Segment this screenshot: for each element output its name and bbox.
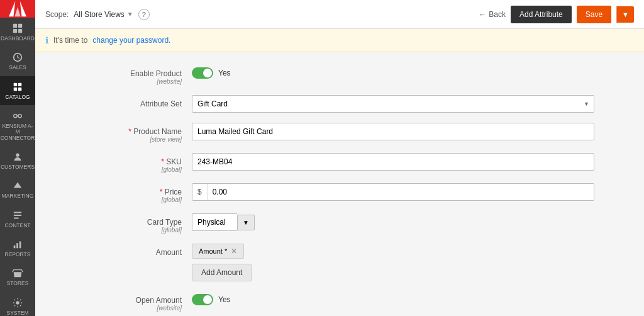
svg-rect-14 <box>14 217 19 218</box>
main-panel: Scope: All Store Views ▼ ? ← Back Add At… <box>35 0 644 316</box>
svg-rect-15 <box>14 245 16 249</box>
amount-row: Amount Amount * ✕ Add Amount <box>85 244 594 281</box>
sidebar-item-kensium[interactable]: KENSIUM A-M CONNECTOR <box>0 105 35 146</box>
save-button[interactable]: Save <box>577 6 611 23</box>
product-name-input[interactable] <box>192 123 594 140</box>
alert-banner: ℹ It's time to change your password. <box>35 29 644 52</box>
price-input[interactable] <box>208 184 594 200</box>
add-attribute-label: Add Attribute <box>519 10 563 19</box>
amount-field: Amount * ✕ Add Amount <box>192 244 594 281</box>
attribute-set-row: Attribute Set Gift Card Default Simple P… <box>85 95 594 113</box>
marketing-icon <box>12 180 23 191</box>
price-symbol: $ <box>192 184 208 200</box>
scope-label: Scope: <box>45 10 69 19</box>
open-amount-field: Yes <box>192 291 594 305</box>
price-input-wrap: $ <box>192 183 594 201</box>
svg-rect-2 <box>13 29 17 33</box>
sidebar-item-catalog-label: CATALOG <box>5 94 30 100</box>
svg-rect-1 <box>18 24 22 28</box>
product-form: Enable Product [website] Yes Attribute S… <box>72 65 607 316</box>
price-sub-label: [global] <box>85 196 182 203</box>
reports-icon <box>12 239 23 250</box>
stores-icon <box>12 268 23 279</box>
add-amount-label: Add Amount <box>201 268 242 277</box>
sidebar-item-reports-label: REPORTS <box>5 252 31 257</box>
sidebar-item-customers[interactable]: CUSTOMERS <box>0 146 35 175</box>
attribute-set-select[interactable]: Gift Card Default Simple Product <box>192 95 594 113</box>
info-icon: ℹ <box>45 35 48 45</box>
sidebar-item-content[interactable]: CONTENT <box>0 205 35 234</box>
sidebar-item-content-label: CONTENT <box>4 223 30 229</box>
sidebar-item-marketing-label: MARKETING <box>2 193 34 199</box>
svg-point-18 <box>16 301 19 304</box>
svg-point-10 <box>18 114 21 117</box>
card-type-dropdown-button[interactable]: ▼ <box>237 215 255 230</box>
sku-sub-label: [global] <box>85 166 182 173</box>
sidebar-item-system[interactable]: SYSTEM <box>0 292 35 316</box>
help-button[interactable]: ? <box>138 9 150 20</box>
product-name-label: Product Name [store view] <box>85 123 192 143</box>
svg-rect-3 <box>18 29 22 33</box>
scope-chevron-icon: ▼ <box>127 11 133 18</box>
sidebar-item-dashboard[interactable]: DASHBOARD <box>0 18 35 47</box>
svg-rect-16 <box>16 243 18 248</box>
svg-rect-8 <box>18 87 21 91</box>
card-type-select[interactable]: Physical Virtual Combined <box>192 213 237 231</box>
back-arrow-icon: ← <box>479 10 486 19</box>
sidebar-logo <box>0 0 35 18</box>
card-type-sub-label: [global] <box>85 227 182 234</box>
sku-input[interactable] <box>192 153 594 171</box>
save-label: Save <box>586 10 602 19</box>
add-attribute-button[interactable]: Add Attribute <box>511 6 572 23</box>
catalog-icon <box>12 81 23 93</box>
enable-product-toggle[interactable] <box>192 67 213 79</box>
content-area: Enable Product [website] Yes Attribute S… <box>35 52 644 316</box>
sidebar-item-reports[interactable]: REPORTS <box>0 234 35 262</box>
price-label: Price [global] <box>85 183 192 203</box>
sidebar-item-marketing[interactable]: MARKETING <box>0 175 35 204</box>
svg-rect-0 <box>13 24 17 28</box>
sku-label: SKU [global] <box>85 153 192 173</box>
system-icon <box>12 297 23 308</box>
svg-point-9 <box>14 114 17 117</box>
svg-rect-12 <box>14 212 22 213</box>
sidebar-item-customers-label: CUSTOMERS <box>1 164 35 170</box>
enable-product-toggle-wrap: Yes <box>192 65 594 79</box>
help-icon: ? <box>142 11 146 18</box>
price-field: $ <box>192 183 594 201</box>
add-amount-button[interactable]: Add Amount <box>192 264 252 281</box>
back-button[interactable]: ← Back <box>479 10 506 19</box>
sidebar-item-catalog[interactable]: CATALOG <box>0 76 35 105</box>
svg-rect-6 <box>18 82 21 86</box>
sidebar-item-stores[interactable]: STORES <box>0 262 35 291</box>
sku-field <box>192 153 594 171</box>
sidebar-item-kensium-label: KENSIUM A-M CONNECTOR <box>1 123 35 141</box>
amount-tag-label: Amount * <box>199 247 227 255</box>
save-dropdown-button[interactable]: ▼ <box>616 6 634 23</box>
svg-rect-13 <box>14 215 22 216</box>
sidebar-item-dashboard-label: DASHBOARD <box>1 36 35 42</box>
open-amount-toggle[interactable] <box>192 294 213 305</box>
amount-tag-close-icon[interactable]: ✕ <box>231 247 237 256</box>
amount-label: Amount <box>85 244 192 257</box>
product-name-row: Product Name [store view] <box>85 123 594 143</box>
alert-text-before: It's time to <box>53 36 87 45</box>
open-amount-toggle-wrap: Yes <box>192 291 594 305</box>
attribute-set-label: Attribute Set <box>85 95 192 108</box>
card-type-row: Card Type [global] Physical Virtual Comb… <box>85 213 594 234</box>
content-icon <box>12 210 23 221</box>
save-dropdown-icon: ▼ <box>622 11 629 18</box>
kensium-icon <box>12 110 23 121</box>
open-amount-row: Open Amount [website] Yes <box>85 291 594 312</box>
adobe-logo-icon <box>9 0 26 18</box>
product-name-sub-label: [store view] <box>85 136 182 143</box>
svg-point-11 <box>16 154 19 157</box>
scope-value: All Store Views <box>74 10 124 19</box>
customers-icon <box>12 151 23 162</box>
scope-selector[interactable]: All Store Views ▼ <box>74 10 133 19</box>
sidebar-item-sales[interactable]: SALES <box>0 47 35 76</box>
amount-tag: Amount * ✕ <box>192 244 244 259</box>
change-password-link[interactable]: change your password. <box>92 36 170 45</box>
open-amount-label: Open Amount [website] <box>85 291 192 312</box>
sales-icon <box>12 52 23 63</box>
